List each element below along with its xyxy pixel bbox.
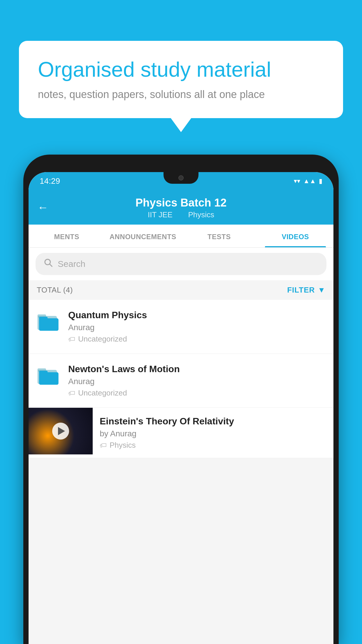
status-time: 14:29: [40, 176, 60, 186]
search-placeholder: Search: [58, 259, 85, 269]
item-author: Anurag: [68, 377, 325, 386]
bubble-title: Organised study material: [38, 57, 324, 82]
header-subtitle-iit: IIT JEE: [148, 210, 173, 219]
filter-label: FILTER: [287, 286, 315, 295]
list-item[interactable]: Quantum Physics Anurag 🏷 Uncategorized: [29, 300, 333, 354]
video-tag: 🏷 Physics: [100, 441, 326, 450]
video-thumbnail: [29, 408, 93, 454]
svg-line-1: [50, 264, 52, 267]
tag-icon: 🏷: [100, 441, 107, 449]
svg-rect-4: [39, 318, 59, 331]
video-list: Quantum Physics Anurag 🏷 Uncategorized: [29, 300, 333, 458]
header-subtitle: IIT JEE Physics: [37, 210, 325, 219]
tabs-bar: MENTS ANNOUNCEMENTS TESTS VIDEOS: [29, 225, 333, 248]
signal-icon: ▲▲: [303, 177, 316, 185]
phone-notch: [164, 172, 198, 184]
tab-tests[interactable]: TESTS: [181, 225, 257, 247]
phone-frame: 14:29 ▾▾ ▲▲ ▮ ← Physics Batch 12 IIT JEE…: [23, 155, 339, 644]
svg-rect-5: [39, 317, 48, 320]
list-item[interactable]: Newton's Laws of Motion Anurag 🏷 Uncateg…: [29, 354, 333, 408]
filter-bar: TOTAL (4) FILTER ▼: [29, 280, 333, 300]
tab-announcements[interactable]: ANNOUNCEMENTS: [105, 225, 181, 247]
item-tag: 🏷 Uncategorized: [68, 388, 325, 398]
folder-icon: [37, 311, 60, 333]
battery-icon: ▮: [319, 177, 322, 185]
tab-ments[interactable]: MENTS: [29, 225, 105, 247]
total-count: TOTAL (4): [37, 286, 73, 295]
item-title: Quantum Physics: [68, 310, 325, 321]
tag-icon: 🏷: [68, 389, 75, 397]
play-button[interactable]: [52, 423, 69, 440]
play-icon: [58, 427, 65, 435]
svg-rect-8: [39, 372, 59, 385]
search-icon: [44, 258, 53, 270]
tag-label: Uncategorized: [78, 388, 127, 398]
video-content: Einstein's Theory Of Relativity by Anura…: [93, 408, 333, 458]
item-tag: 🏷 Uncategorized: [68, 335, 325, 344]
speech-bubble: Organised study material notes, question…: [19, 41, 343, 118]
phone-screen: 14:29 ▾▾ ▲▲ ▮ ← Physics Batch 12 IIT JEE…: [29, 172, 333, 644]
back-button[interactable]: ←: [37, 201, 48, 214]
bubble-subtitle: notes, question papers, solutions all at…: [38, 88, 324, 101]
video-title: Einstein's Theory Of Relativity: [100, 416, 326, 427]
app-header: ← Physics Batch 12 IIT JEE Physics: [29, 190, 333, 225]
search-box[interactable]: Search: [36, 253, 326, 275]
folder-icon: [37, 365, 60, 387]
wifi-icon: ▾▾: [294, 177, 300, 185]
svg-rect-9: [39, 371, 48, 374]
item-title: Newton's Laws of Motion: [68, 364, 325, 374]
item-content: Newton's Laws of Motion Anurag 🏷 Uncateg…: [68, 364, 325, 398]
item-content: Quantum Physics Anurag 🏷 Uncategorized: [68, 310, 325, 344]
front-camera: [178, 175, 184, 181]
filter-button[interactable]: FILTER ▼: [287, 286, 325, 295]
speech-bubble-section: Organised study material notes, question…: [19, 41, 343, 118]
header-title: Physics Batch 12: [37, 197, 325, 209]
search-container: Search: [29, 248, 333, 280]
tag-label: Uncategorized: [78, 335, 127, 344]
video-author: by Anurag: [100, 429, 326, 438]
svg-point-0: [45, 259, 50, 265]
status-icons: ▾▾ ▲▲ ▮: [294, 177, 322, 185]
item-author: Anurag: [68, 323, 325, 332]
video-list-item[interactable]: Einstein's Theory Of Relativity by Anura…: [29, 408, 333, 458]
header-subtitle-physics: Physics: [188, 210, 214, 219]
header-subtitle-separator: [179, 210, 183, 219]
tag-label: Physics: [110, 441, 136, 450]
tag-icon: 🏷: [68, 335, 75, 343]
filter-icon: ▼: [318, 286, 325, 295]
tab-videos[interactable]: VIDEOS: [257, 225, 334, 247]
